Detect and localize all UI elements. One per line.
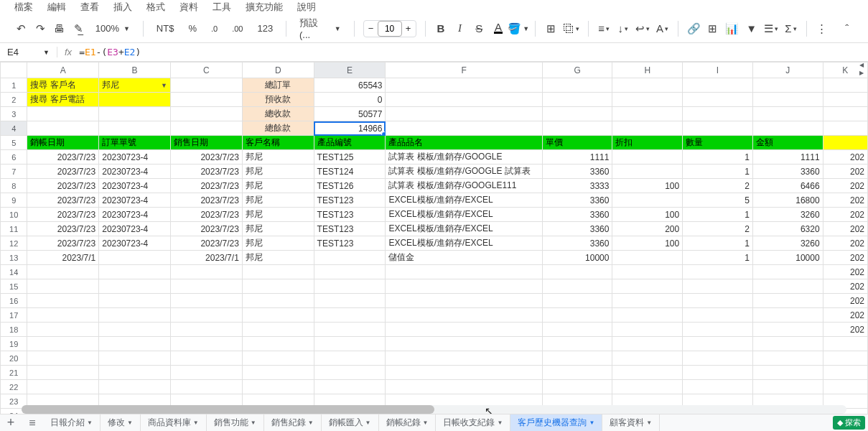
col-header-F[interactable]: F — [386, 62, 542, 78]
cell[interactable]: 試算表 模板/進銷存/GOOGLE 試算表 — [386, 164, 542, 179]
cell[interactable]: 202 — [823, 193, 867, 208]
cell[interactable] — [542, 93, 612, 107]
cell[interactable] — [752, 351, 823, 366]
explore-button[interactable]: ◆ 探索 — [833, 416, 865, 430]
cell[interactable] — [612, 294, 683, 308]
currency-button[interactable]: NT$ — [152, 22, 179, 35]
scroll-left-icon[interactable]: ◀ — [855, 62, 868, 70]
cell[interactable] — [683, 265, 753, 279]
cell[interactable]: 2 — [683, 222, 753, 236]
cell[interactable] — [683, 93, 753, 107]
cell[interactable] — [752, 107, 823, 121]
cell[interactable]: 儲值金 — [386, 251, 542, 265]
cell[interactable]: 202 — [823, 279, 867, 294]
cell[interactable] — [542, 323, 612, 337]
cell[interactable]: 3360 — [542, 193, 612, 208]
cell[interactable] — [242, 279, 314, 294]
sheet-tab[interactable]: 日帳收支紀錄▼ — [436, 414, 510, 431]
cell[interactable]: 3360 — [542, 208, 612, 222]
cell[interactable]: 2023/7/23 — [27, 150, 99, 164]
cell[interactable] — [612, 279, 683, 294]
cell[interactable]: 試算表 模板/進銷存/GOOGLE111 — [386, 179, 542, 193]
cell[interactable] — [542, 78, 612, 93]
cell[interactable] — [171, 323, 243, 337]
cell[interactable] — [683, 308, 753, 323]
cell[interactable] — [386, 366, 542, 380]
cell[interactable]: 1111 — [752, 150, 823, 164]
row-header[interactable]: 9 — [1, 193, 27, 208]
cell[interactable]: 100 — [612, 208, 683, 222]
cell[interactable] — [683, 121, 753, 136]
cell[interactable] — [314, 323, 386, 337]
col-header-A[interactable]: A — [27, 62, 99, 78]
cell[interactable]: 202 — [823, 150, 867, 164]
cell[interactable] — [683, 380, 753, 394]
menu-edit[interactable]: 編輯 — [47, 1, 66, 14]
increase-decimal-button[interactable]: .00 — [228, 23, 247, 34]
cell[interactable] — [99, 323, 171, 337]
horizontal-align-button[interactable]: ≡▾ — [597, 21, 611, 37]
cell-balance-label[interactable]: 總餘款 — [242, 121, 314, 136]
cell[interactable]: 2 — [683, 179, 753, 193]
cell-total-received-value[interactable]: 50577 — [314, 107, 386, 121]
cell[interactable] — [542, 380, 612, 394]
cell[interactable] — [612, 78, 683, 93]
col-header-B[interactable]: B — [99, 62, 171, 78]
cell[interactable]: 202 — [823, 208, 867, 222]
font-size-plus[interactable]: + — [401, 23, 416, 34]
cell[interactable] — [612, 351, 683, 366]
cell[interactable] — [99, 308, 171, 323]
chevron-down-icon[interactable]: ▼ — [423, 420, 429, 426]
cell[interactable] — [752, 294, 823, 308]
cell[interactable] — [752, 265, 823, 279]
cell[interactable]: TEST124 — [314, 164, 386, 179]
cell[interactable]: EXCEL模板/進銷存/EXCEL — [386, 236, 542, 251]
cell-prepaid-value[interactable]: 0 — [314, 93, 386, 107]
cell[interactable] — [314, 265, 386, 279]
percent-button[interactable]: % — [184, 22, 201, 35]
cell[interactable] — [99, 380, 171, 394]
chevron-down-icon[interactable]: ▼ — [308, 420, 314, 426]
cell[interactable] — [171, 366, 243, 380]
cell[interactable]: 20230723-4 — [99, 208, 171, 222]
functions-icon[interactable]: Σ▾ — [784, 21, 798, 37]
row-header[interactable]: 1 — [1, 78, 27, 93]
cell[interactable]: 200 — [612, 222, 683, 236]
cell[interactable]: 2023/7/23 — [27, 193, 99, 208]
cell-total-received-label[interactable]: 總收款 — [242, 107, 314, 121]
cell[interactable]: 202 — [823, 236, 867, 251]
cell[interactable] — [542, 107, 612, 121]
cell[interactable] — [314, 251, 386, 265]
cell[interactable] — [823, 107, 867, 121]
cell[interactable] — [99, 366, 171, 380]
cell[interactable] — [683, 323, 753, 337]
cell-customer-name-dropdown[interactable]: 邦尼▼ — [99, 78, 171, 93]
cell[interactable] — [171, 265, 243, 279]
cell[interactable] — [752, 380, 823, 394]
cell[interactable]: 2023/7/23 — [171, 150, 243, 164]
cell[interactable] — [27, 351, 99, 366]
row-header[interactable]: 7 — [1, 164, 27, 179]
menu-format[interactable]: 格式 — [146, 1, 165, 14]
cell[interactable]: EXCEL模板/進銷存/EXCEL — [386, 222, 542, 236]
cell[interactable] — [171, 107, 243, 121]
cell[interactable]: 邦尼 — [242, 208, 314, 222]
cell[interactable] — [612, 193, 683, 208]
merge-cells-button[interactable]: ⿻▾ — [564, 21, 579, 37]
cell[interactable] — [823, 380, 867, 394]
cell[interactable] — [683, 366, 753, 380]
insert-comment-icon[interactable]: ⊞ — [706, 21, 720, 37]
row-header[interactable]: 12 — [1, 236, 27, 251]
cell[interactable] — [171, 308, 243, 323]
cell[interactable]: 邦尼 — [242, 150, 314, 164]
fill-color-button[interactable]: 🪣▼ — [510, 21, 526, 37]
cell[interactable] — [683, 279, 753, 294]
cell[interactable]: 202 — [823, 251, 867, 265]
cell[interactable] — [612, 380, 683, 394]
strikethrough-button[interactable]: S — [472, 21, 486, 37]
vertical-align-button[interactable]: ↓▾ — [616, 21, 630, 37]
horizontal-scrollbar-thumb[interactable] — [22, 405, 434, 414]
cell[interactable] — [612, 308, 683, 323]
row-header[interactable]: 15 — [1, 279, 27, 294]
cell[interactable] — [683, 294, 753, 308]
